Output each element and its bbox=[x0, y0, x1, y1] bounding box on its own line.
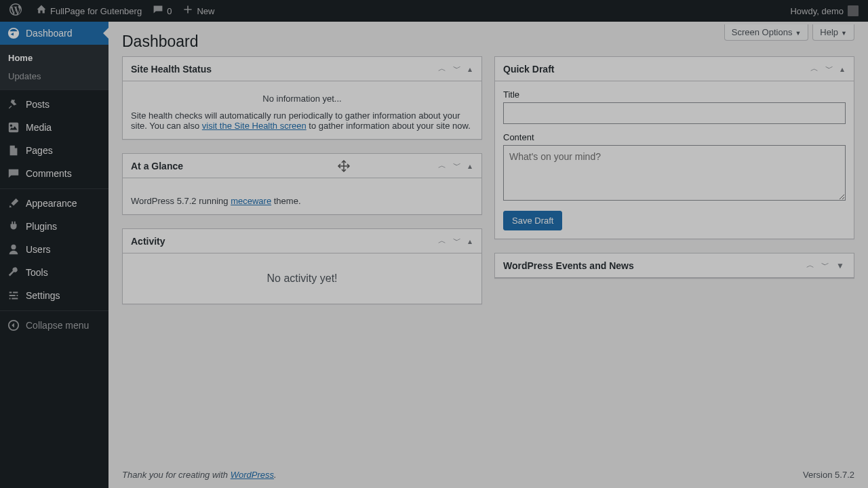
toggle-icon[interactable]: ▴ bbox=[467, 235, 473, 247]
wp-logo[interactable] bbox=[4, 0, 31, 22]
events-news-widget: WordPress Events and News ︿ ﹀ ▼ bbox=[494, 253, 854, 279]
menu-tools[interactable]: Tools bbox=[0, 261, 108, 284]
move-up-icon[interactable]: ︿ bbox=[809, 62, 820, 76]
avatar-icon bbox=[848, 5, 859, 16]
menu-appearance-label: Appearance bbox=[26, 198, 77, 209]
help-label: Help bbox=[820, 27, 838, 37]
menu-plugins[interactable]: Plugins bbox=[0, 215, 108, 238]
sliders-icon bbox=[7, 289, 20, 302]
plus-icon bbox=[182, 4, 193, 18]
site-health-header[interactable]: Site Health Status ︿ ﹀ ▴ bbox=[123, 57, 481, 81]
dashboard-icon bbox=[7, 26, 20, 40]
toggle-icon[interactable]: ▴ bbox=[839, 63, 846, 75]
activity-empty: No activity yet! bbox=[123, 253, 481, 304]
submenu-dashboard: Home Updates bbox=[0, 45, 108, 89]
menu-settings-label: Settings bbox=[26, 290, 60, 301]
move-down-icon[interactable]: ﹀ bbox=[452, 159, 462, 173]
draft-title-input[interactable] bbox=[503, 102, 846, 124]
page-icon bbox=[7, 144, 20, 157]
comments-icon bbox=[7, 167, 20, 180]
comments-count: 0 bbox=[167, 6, 172, 16]
footer-thankyou: Thank you for creating with WordPress. bbox=[122, 470, 277, 480]
site-name[interactable]: FullPage for Gutenberg bbox=[31, 0, 147, 22]
toggle-icon[interactable]: ▼ bbox=[835, 260, 846, 272]
collapse-label: Collapse menu bbox=[26, 320, 89, 331]
draft-content-textarea[interactable] bbox=[503, 145, 846, 201]
comment-icon bbox=[153, 4, 163, 18]
comments-bubble[interactable]: 0 bbox=[147, 0, 177, 22]
help-tab[interactable]: Help▼ bbox=[812, 24, 854, 41]
activity-header[interactable]: Activity ︿ ﹀ ▴ bbox=[123, 229, 481, 253]
save-draft-button[interactable]: Save Draft bbox=[503, 211, 562, 230]
at-a-glance-title: At a Glance bbox=[131, 161, 183, 171]
admin-bar: FullPage for Gutenberg 0 New Howdy, demo bbox=[0, 0, 868, 22]
wordpress-link[interactable]: WordPress bbox=[231, 470, 274, 480]
menu-comments[interactable]: Comments bbox=[0, 162, 108, 185]
site-name-text: FullPage for Gutenberg bbox=[50, 6, 142, 16]
site-health-noinfo: No information yet... bbox=[131, 89, 473, 110]
site-health-link[interactable]: visit the Site Health screen bbox=[202, 121, 307, 131]
move-down-icon[interactable]: ﹀ bbox=[824, 62, 835, 76]
move-down-icon[interactable]: ﹀ bbox=[452, 234, 462, 248]
screen-options-tab[interactable]: Screen Options▼ bbox=[724, 24, 809, 41]
submenu-updates[interactable]: Updates bbox=[0, 67, 108, 85]
events-news-header[interactable]: WordPress Events and News ︿ ﹀ ▼ bbox=[495, 253, 854, 278]
site-health-widget: Site Health Status ︿ ﹀ ▴ No information … bbox=[122, 56, 482, 140]
new-label: New bbox=[197, 6, 214, 16]
menu-pages[interactable]: Pages bbox=[0, 139, 108, 162]
move-up-icon[interactable]: ︿ bbox=[437, 62, 448, 76]
howdy-text: Howdy, demo bbox=[790, 6, 844, 16]
menu-dashboard[interactable]: Dashboard bbox=[0, 22, 108, 45]
toggle-icon[interactable]: ▴ bbox=[467, 160, 473, 172]
collapse-icon bbox=[7, 319, 20, 332]
quick-draft-widget: Quick Draft ︿ ﹀ ▴ Title Content bbox=[494, 56, 854, 239]
menu-plugins-label: Plugins bbox=[26, 221, 57, 232]
my-account[interactable]: Howdy, demo bbox=[785, 0, 864, 22]
menu-users[interactable]: Users bbox=[0, 238, 108, 261]
menu-comments-label: Comments bbox=[26, 168, 72, 179]
menu-media-label: Media bbox=[26, 122, 52, 133]
draft-content-label: Content bbox=[503, 132, 846, 142]
site-health-desc: Site health checks will automatically ru… bbox=[131, 110, 473, 131]
brush-icon bbox=[7, 197, 20, 210]
chevron-down-icon: ▼ bbox=[795, 30, 801, 37]
collapse-menu[interactable]: Collapse menu bbox=[0, 314, 108, 337]
theme-link[interactable]: meceware bbox=[231, 196, 271, 206]
menu-posts-label: Posts bbox=[26, 99, 50, 110]
footer-version: Version 5.7.2 bbox=[803, 470, 854, 480]
home-icon bbox=[36, 4, 47, 18]
move-up-icon[interactable]: ︿ bbox=[805, 258, 816, 272]
toggle-icon[interactable]: ▴ bbox=[467, 63, 473, 75]
move-up-icon[interactable]: ︿ bbox=[437, 159, 448, 173]
at-a-glance-header[interactable]: At a Glance ︿ ﹀ ▴ bbox=[123, 154, 481, 178]
admin-footer: Thank you for creating with WordPress. V… bbox=[108, 462, 868, 488]
at-a-glance-widget: At a Glance ︿ ﹀ ▴ WordPress 5.7.2 runnin… bbox=[122, 153, 482, 215]
events-news-title: WordPress Events and News bbox=[503, 260, 634, 271]
menu-appearance[interactable]: Appearance bbox=[0, 192, 108, 215]
admin-sidebar: Dashboard Home Updates Posts Media Pages… bbox=[0, 22, 108, 488]
submenu-home[interactable]: Home bbox=[0, 49, 108, 67]
main-content: Screen Options▼ Help▼ Dashboard Site Hea… bbox=[108, 22, 868, 488]
move-down-icon[interactable]: ﹀ bbox=[820, 258, 831, 272]
screen-meta-links: Screen Options▼ Help▼ bbox=[724, 22, 854, 41]
menu-posts[interactable]: Posts bbox=[0, 93, 108, 116]
quick-draft-header[interactable]: Quick Draft ︿ ﹀ ▴ bbox=[495, 57, 854, 81]
draft-title-label: Title bbox=[503, 89, 846, 100]
chevron-down-icon: ▼ bbox=[841, 30, 847, 37]
activity-widget: Activity ︿ ﹀ ▴ No activity yet! bbox=[122, 228, 482, 304]
media-icon bbox=[7, 121, 20, 134]
menu-pages-label: Pages bbox=[26, 145, 53, 156]
wrench-icon bbox=[7, 266, 20, 279]
pin-icon bbox=[7, 98, 20, 111]
activity-title: Activity bbox=[131, 236, 165, 247]
wordpress-icon bbox=[9, 3, 22, 18]
menu-media[interactable]: Media bbox=[0, 116, 108, 139]
move-down-icon[interactable]: ﹀ bbox=[452, 62, 462, 76]
menu-settings[interactable]: Settings bbox=[0, 284, 108, 307]
quick-draft-title: Quick Draft bbox=[503, 64, 554, 75]
new-content[interactable]: New bbox=[177, 0, 220, 22]
move-up-icon[interactable]: ︿ bbox=[437, 234, 448, 248]
screen-options-label: Screen Options bbox=[732, 27, 793, 37]
wp-version-text: WordPress 5.7.2 running meceware theme. bbox=[131, 186, 473, 206]
site-health-title: Site Health Status bbox=[131, 64, 212, 75]
